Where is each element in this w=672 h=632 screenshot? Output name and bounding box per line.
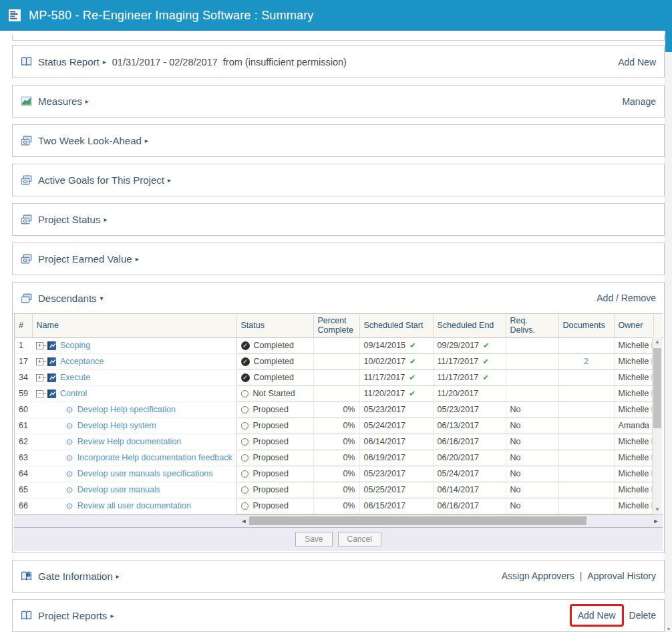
- row-sched-end-cell: 11/17/2017✔: [433, 369, 506, 385]
- row-status-cell: ✓Completed: [236, 369, 313, 385]
- row-documents-cell: [558, 402, 614, 418]
- expand-expander-icon[interactable]: +: [36, 374, 43, 381]
- row-sched-start-cell: 06/15/2017: [359, 498, 433, 514]
- status-report-link[interactable]: Status Report: [38, 56, 100, 67]
- page-vertical-scrollbar[interactable]: ▼: [665, 31, 672, 632]
- descendants-add-remove-link[interactable]: Add / Remove: [597, 293, 656, 303]
- phase-name-link[interactable]: Acceptance: [60, 357, 104, 366]
- project-notebook-icon: [47, 357, 57, 367]
- phase-name-link[interactable]: Scoping: [60, 341, 90, 350]
- sched-start-date: 09/14/2015: [364, 341, 406, 350]
- row-name-cell: −Control: [32, 385, 236, 402]
- task-name-link[interactable]: Develop Help specification: [77, 405, 176, 414]
- scroll-down-arrow[interactable]: ▼: [653, 505, 662, 514]
- vertical-scroll-thumb[interactable]: [653, 348, 661, 428]
- project-reports-link[interactable]: Project Reports: [38, 610, 107, 621]
- row-number-cell: 62: [15, 434, 32, 450]
- row-sched-end-cell: 05/23/2017: [433, 402, 506, 418]
- row-req-delivs-cell: No: [506, 418, 558, 434]
- col-header-documents[interactable]: Documents: [558, 314, 614, 337]
- caret-right-icon: ▸: [168, 176, 171, 184]
- row-percent-cell: 0%: [313, 450, 359, 466]
- col-header-percent[interactable]: Percent Complete: [313, 314, 359, 337]
- section-gate-information: i Gate Information ▸ Assign Approvers | …: [12, 560, 665, 593]
- sched-start-date: 06/19/2017: [364, 453, 406, 462]
- col-header-num[interactable]: #: [15, 314, 32, 337]
- scroll-left-arrow[interactable]: ◄: [240, 518, 248, 524]
- row-sched-start-cell: 06/19/2017: [359, 450, 433, 466]
- table-horizontal-scrollbar-row: ◄ ►: [14, 515, 663, 528]
- table-header-row: # Name Status Percent Complete Scheduled…: [15, 314, 663, 337]
- status-report-add-new-link[interactable]: Add New: [618, 57, 656, 67]
- task-name-link[interactable]: Develop Help system: [77, 421, 156, 430]
- expand-expander-icon[interactable]: +: [36, 342, 43, 349]
- project-reports-add-new-link[interactable]: Add New: [578, 610, 616, 621]
- status-open-icon: [241, 470, 248, 478]
- report-cards-icon: [21, 174, 32, 186]
- page-scroll-down-arrow[interactable]: ▼: [665, 627, 672, 631]
- table-horizontal-scrollbar[interactable]: ◄ ►: [240, 516, 660, 526]
- page-title: MP-580 - Re-Engineer Imaging Software : …: [29, 9, 314, 23]
- section-project-earned-value: Project Earned Value ▸: [12, 243, 665, 275]
- measures-link[interactable]: Measures: [38, 96, 82, 107]
- caret-right-icon: ▸: [136, 255, 139, 263]
- descendants-link[interactable]: Descendants: [38, 293, 97, 304]
- caret-right-icon: ▸: [110, 612, 114, 619]
- row-sched-start-cell: 09/14/2015✔: [359, 337, 433, 353]
- collapse-expander-icon[interactable]: −: [36, 390, 43, 398]
- col-header-sched-end[interactable]: Scheduled End: [433, 314, 506, 337]
- row-req-delivs-cell: [506, 353, 558, 369]
- row-name-cell: ⚙Develop Help system: [32, 418, 236, 434]
- sched-start-date: 10/02/2017: [364, 357, 406, 366]
- expand-expander-icon[interactable]: +: [36, 358, 43, 365]
- row-owner-cell: Michelle E: [614, 369, 653, 385]
- scroll-up-arrow[interactable]: ▲: [653, 337, 662, 347]
- task-name-link[interactable]: Develop user manuals specifications: [77, 469, 213, 478]
- scroll-right-arrow[interactable]: ►: [652, 518, 660, 524]
- table-vertical-scrollbar[interactable]: ▲ ▼: [652, 337, 662, 514]
- project-reports-delete-link[interactable]: Delete: [629, 610, 656, 621]
- info-book-icon: i: [21, 571, 32, 582]
- row-sched-start-cell: 05/25/2017: [359, 482, 433, 498]
- active-goals-link[interactable]: Active Goals for This Project: [38, 174, 164, 186]
- row-number-cell: 17: [15, 353, 32, 369]
- documents-count-link[interactable]: 2: [584, 357, 589, 366]
- section-measures: Measures ▸ Manage: [12, 85, 665, 118]
- two-week-look-ahead-link[interactable]: Two Week Look-Ahead: [38, 135, 142, 146]
- row-name-cell: ⚙Incorporate Help documentation feedback: [32, 450, 236, 466]
- col-header-owner[interactable]: Owner: [614, 314, 653, 337]
- project-earned-value-link[interactable]: Project Earned Value: [38, 253, 132, 265]
- task-name-link[interactable]: Review Help documentation: [77, 437, 182, 446]
- approval-history-link[interactable]: Approval History: [587, 571, 656, 581]
- phase-name-link[interactable]: Control: [60, 389, 87, 398]
- project-status-link[interactable]: Project Status: [38, 214, 100, 225]
- horizontal-scroll-thumb[interactable]: [249, 516, 586, 525]
- page-scrollbar-thumb[interactable]: [665, 31, 672, 52]
- sched-start-date: 05/23/2017: [364, 405, 406, 414]
- task-name-link[interactable]: Review all user documentation: [77, 501, 191, 510]
- col-header-name[interactable]: Name: [32, 314, 236, 337]
- col-header-req-delivs[interactable]: Req. Delivs.: [506, 314, 558, 337]
- save-button[interactable]: Save: [295, 532, 332, 546]
- col-header-status[interactable]: Status: [236, 314, 313, 337]
- row-documents-cell: [558, 498, 614, 514]
- status-label: Not Started: [253, 389, 295, 398]
- cancel-button[interactable]: Cancel: [338, 532, 381, 546]
- gate-information-link[interactable]: Gate Information: [38, 571, 113, 582]
- row-percent-cell: 0%: [313, 402, 359, 418]
- sched-end-date: 11/20/2017: [438, 389, 479, 398]
- sched-end-date: 06/20/2017: [438, 453, 480, 462]
- tree-connector: [43, 361, 46, 362]
- phase-name-link[interactable]: Execute: [60, 373, 90, 382]
- row-owner-cell: Michelle E: [614, 353, 653, 369]
- task-name-link[interactable]: Develop user manuals: [77, 485, 160, 494]
- caret-right-icon: ▸: [86, 98, 89, 105]
- task-name-link[interactable]: Incorporate Help documentation feedback: [77, 453, 232, 462]
- row-status-cell: Proposed: [236, 466, 313, 482]
- assign-approvers-link[interactable]: Assign Approvers: [502, 571, 574, 581]
- measures-manage-link[interactable]: Manage: [622, 96, 656, 107]
- tree-connector: [43, 345, 46, 346]
- horizontal-scroll-track[interactable]: [248, 516, 652, 525]
- link-separator: |: [580, 571, 582, 581]
- col-header-sched-start[interactable]: Scheduled Start: [359, 314, 433, 337]
